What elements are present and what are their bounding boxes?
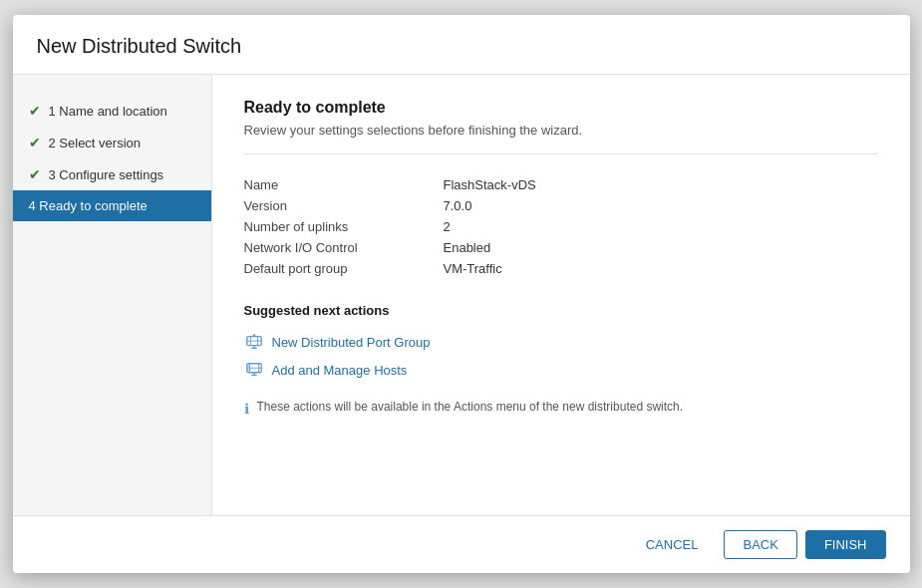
settings-label-version: Version	[244, 198, 444, 213]
sidebar-item-label-4: 4 Ready to complete	[29, 198, 148, 213]
suggested-actions-title: Suggested next actions	[244, 303, 878, 318]
settings-label-portgroup: Default port group	[244, 261, 444, 276]
finish-button[interactable]: FINISH	[805, 530, 886, 559]
back-button[interactable]: BACK	[724, 530, 796, 559]
content-subtitle: Review your settings selections before f…	[244, 123, 878, 138]
action-new-port-group[interactable]: New Distributed Port Group	[244, 328, 878, 356]
settings-value-nioc: Enabled	[444, 240, 491, 255]
content-title: Ready to complete	[244, 99, 878, 117]
info-box: ℹ These actions will be available in the…	[244, 400, 878, 417]
action-list: New Distributed Port Group	[244, 328, 878, 384]
check-icon-1: ✔	[29, 103, 41, 119]
settings-row-uplinks: Number of uplinks 2	[244, 216, 878, 237]
dialog-footer: CANCEL BACK FINISH	[13, 515, 910, 573]
port-group-icon	[244, 332, 264, 352]
settings-label-uplinks: Number of uplinks	[244, 219, 444, 234]
dialog-title: New Distributed Switch	[13, 15, 910, 75]
sidebar-item-label-3: 3 Configure settings	[49, 167, 164, 182]
settings-value-uplinks: 2	[444, 219, 451, 234]
sidebar-item-select-version: ✔ 2 Select version	[13, 127, 211, 158]
new-distributed-switch-dialog: New Distributed Switch ✔ 1 Name and loca…	[13, 15, 910, 573]
cancel-button[interactable]: CANCEL	[628, 531, 717, 558]
sidebar-item-ready-to-complete[interactable]: 4 Ready to complete	[13, 190, 211, 221]
svg-point-14	[247, 365, 248, 366]
dialog-body: ✔ 1 Name and location ✔ 2 Select version…	[13, 75, 910, 515]
manage-hosts-icon	[244, 360, 264, 380]
sidebar-item-name-location: ✔ 1 Name and location	[13, 95, 211, 127]
wizard-content: Ready to complete Review your settings s…	[212, 75, 910, 515]
settings-value-version: 7.0.0	[444, 198, 472, 213]
settings-label-name: Name	[244, 177, 444, 192]
settings-value-name: FlashStack-vDS	[444, 177, 536, 192]
content-divider	[244, 153, 878, 154]
wizard-sidebar: ✔ 1 Name and location ✔ 2 Select version…	[13, 75, 212, 515]
info-text: These actions will be available in the A…	[257, 400, 684, 414]
settings-label-nioc: Network I/O Control	[244, 240, 444, 255]
sidebar-item-label-2: 2 Select version	[49, 136, 142, 150]
settings-row-portgroup: Default port group VM-Traffic	[244, 258, 878, 279]
action-new-port-group-label: New Distributed Port Group	[272, 335, 431, 350]
check-icon-3: ✔	[29, 166, 41, 182]
action-add-manage-hosts[interactable]: Add and Manage Hosts	[244, 356, 878, 384]
settings-row-name: Name FlashStack-vDS	[244, 174, 878, 195]
settings-value-portgroup: VM-Traffic	[444, 261, 502, 276]
sidebar-item-configure-settings: ✔ 3 Configure settings	[13, 158, 211, 190]
action-add-manage-hosts-label: Add and Manage Hosts	[272, 363, 408, 378]
sidebar-item-label-1: 1 Name and location	[49, 104, 167, 119]
settings-row-version: Version 7.0.0	[244, 195, 878, 216]
info-icon: ℹ	[244, 401, 249, 417]
svg-point-15	[247, 370, 248, 371]
settings-row-nioc: Network I/O Control Enabled	[244, 237, 878, 258]
check-icon-2: ✔	[29, 135, 41, 150]
settings-table: Name FlashStack-vDS Version 7.0.0 Number…	[244, 174, 878, 279]
